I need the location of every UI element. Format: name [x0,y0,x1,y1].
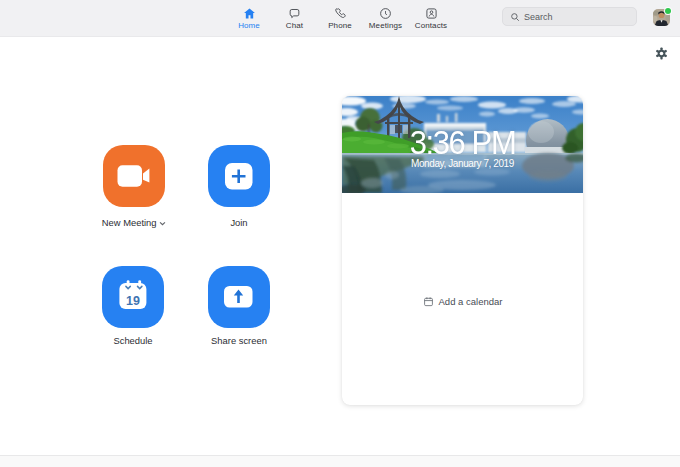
svg-text:19: 19 [126,294,140,308]
